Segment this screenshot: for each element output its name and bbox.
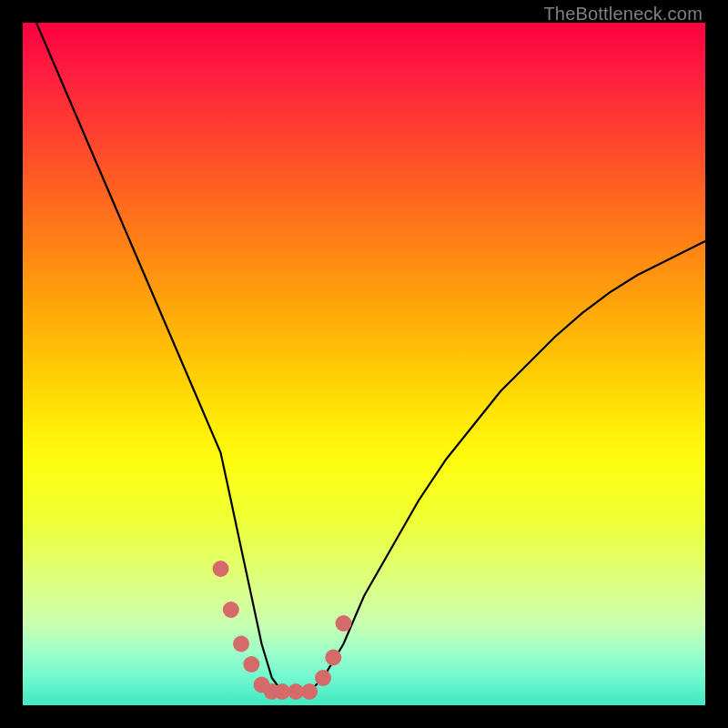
- chart-frame: TheBottleneck.com: [0, 0, 728, 728]
- plot-background: [23, 23, 705, 705]
- watermark-text: TheBottleneck.com: [543, 4, 703, 25]
